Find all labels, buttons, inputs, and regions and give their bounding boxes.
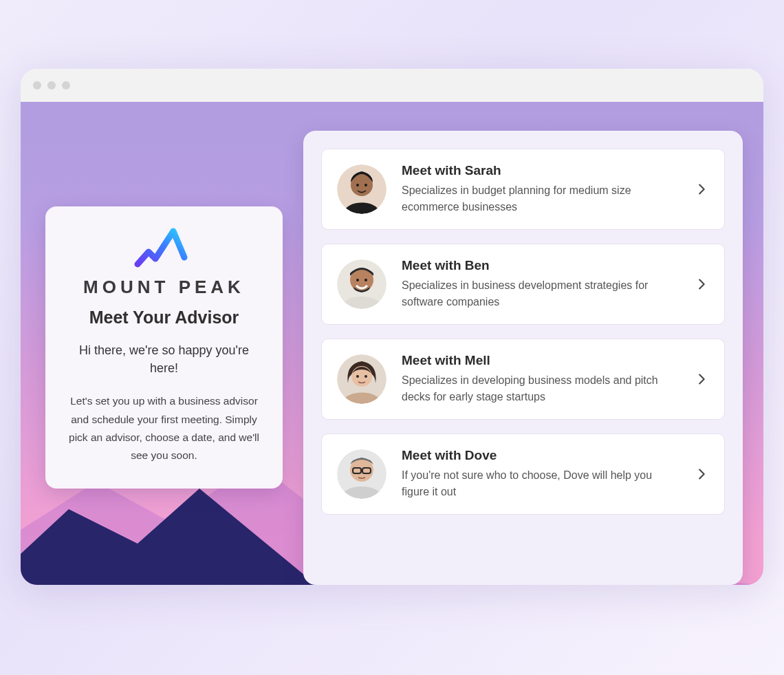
brand-logo: MOUNT PEAK (63, 227, 265, 298)
chevron-right-icon (694, 182, 709, 197)
browser-window: MOUNT PEAK Meet Your Advisor Hi there, w… (21, 69, 763, 585)
mount-peak-logo-icon (133, 227, 195, 268)
intro-card: MOUNT PEAK Meet Your Advisor Hi there, w… (45, 206, 283, 489)
avatar (337, 354, 386, 404)
svg-point-14 (364, 375, 367, 378)
advisor-text: Meet with Dove If you're not sure who to… (402, 448, 679, 500)
chevron-right-icon (694, 467, 709, 482)
advisor-desc: Specializes in budget planning for mediu… (402, 182, 679, 215)
svg-point-3 (356, 184, 359, 186)
svg-point-4 (364, 184, 367, 186)
window-minimize-button[interactable] (47, 81, 56, 89)
intro-heading: Meet Your Advisor (63, 308, 265, 328)
advisor-title: Meet with Sarah (402, 163, 679, 178)
brand-name: MOUNT PEAK (83, 277, 245, 298)
chevron-right-icon (694, 372, 709, 387)
intro-description: Let's set you up with a business advisor… (63, 392, 265, 464)
chevron-right-icon (694, 277, 709, 292)
window-title-bar (21, 69, 763, 102)
advisor-card-mell[interactable]: Meet with Mell Specializes in developing… (321, 339, 725, 420)
advisor-desc: Specializes in developing business model… (402, 372, 679, 405)
advisor-text: Meet with Mell Specializes in developing… (402, 353, 679, 405)
advisor-card-sarah[interactable]: Meet with Sarah Specializes in budget pl… (321, 149, 725, 230)
advisor-text: Meet with Sarah Specializes in budget pl… (402, 163, 679, 215)
advisor-card-ben[interactable]: Meet with Ben Specializes in business de… (321, 244, 725, 325)
advisor-title: Meet with Dove (402, 448, 679, 463)
page-content: MOUNT PEAK Meet Your Advisor Hi there, w… (21, 102, 763, 585)
advisor-text: Meet with Ben Specializes in business de… (402, 258, 679, 310)
avatar (337, 449, 386, 499)
advisor-card-dove[interactable]: Meet with Dove If you're not sure who to… (321, 433, 725, 515)
window-maximize-button[interactable] (62, 81, 70, 89)
svg-point-8 (356, 279, 359, 281)
avatar (337, 259, 386, 309)
advisors-panel: Meet with Sarah Specializes in budget pl… (303, 131, 743, 585)
advisor-title: Meet with Mell (402, 353, 679, 368)
intro-subheading: Hi there, we're so happy you're here! (63, 341, 265, 377)
svg-point-13 (356, 375, 359, 378)
svg-point-9 (364, 279, 367, 281)
advisor-desc: If you're not sure who to choose, Dove w… (402, 467, 679, 500)
window-close-button[interactable] (33, 81, 41, 89)
advisor-title: Meet with Ben (402, 258, 679, 273)
advisor-desc: Specializes in business development stra… (402, 277, 679, 310)
avatar (337, 164, 386, 214)
window-controls (33, 81, 70, 89)
